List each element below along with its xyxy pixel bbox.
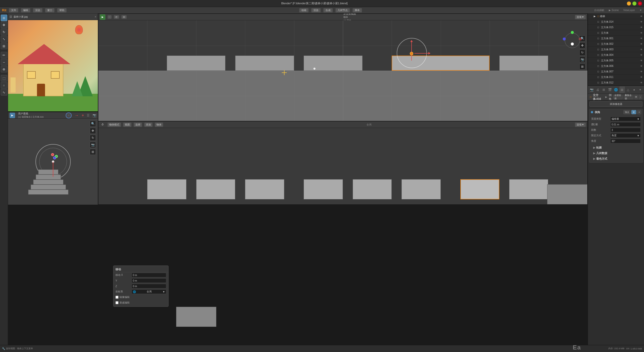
outliner-item-006[interactable]: □ 立方体.006 👁 (588, 63, 644, 69)
prop-mesh-btn[interactable]: △ (625, 86, 631, 93)
add-modifier-btn[interactable]: 添加修改器 (589, 101, 642, 107)
transform-tool[interactable]: ⊞ (1, 43, 7, 49)
viewport-mode-select[interactable]: 选项▼ (575, 15, 586, 19)
bevel-shading-section[interactable]: ▶ 着色方式 (591, 156, 641, 161)
blp-viewport-content[interactable]: 🔍 ✥ ↻ 📷 ⊞ (8, 119, 98, 205)
bottom-viewport-content[interactable] (98, 128, 587, 204)
preview-close-icon[interactable]: × (95, 15, 96, 19)
bv-selected-obj[interactable] (460, 179, 500, 199)
gizmo-view-axis[interactable] (571, 42, 574, 46)
vp-camera[interactable]: 📷 (579, 57, 585, 63)
move-tool[interactable]: ✥ (1, 22, 7, 28)
add-tool[interactable]: ⊕ (1, 66, 7, 72)
outliner-stairs-group[interactable]: ▶ □ 楼梯 👁 (588, 14, 644, 19)
bevel-width-type-select[interactable]: 偏移量 ▼ (610, 117, 641, 121)
annotate-tool[interactable]: ✏ (1, 52, 7, 58)
cursor-tool[interactable]: ⊕ (1, 15, 7, 21)
outliner-item-007[interactable]: □ 立方体.007 👁 (588, 69, 644, 74)
prop-output-btn[interactable]: 🖨 (595, 86, 600, 93)
blp-toggle-nav[interactable]: ☰ (87, 114, 90, 117)
prop-particles-btn[interactable]: ✦ (637, 86, 643, 93)
bvh-options[interactable]: 选项▼ (575, 122, 586, 127)
bvh-select-btn[interactable]: 选择 (134, 122, 142, 127)
vp-pan[interactable]: ✥ (579, 42, 585, 49)
menu-composite[interactable]: 合成 (323, 8, 333, 13)
outliner-item-003[interactable]: □ 立方体.003 👁 (588, 47, 644, 52)
menu-render[interactable]: 渲染 (33, 8, 43, 13)
bevel-modifier-header[interactable]: ⬟ 倒角 顶点 近 × (589, 109, 643, 115)
item-007-vis[interactable]: 👁 (640, 70, 642, 73)
bevel-vertex-btn[interactable]: 顶点 (623, 110, 630, 114)
gizmo-y-axis[interactable] (571, 31, 574, 34)
blp-pan[interactable]: ✥ (90, 128, 96, 134)
move-x-val[interactable]: 0 m (132, 273, 166, 277)
viewport-vertex-btn[interactable]: · (107, 15, 112, 19)
blp-extra[interactable]: ⊕ (82, 114, 84, 117)
filter-icon[interactable]: ▼ (639, 9, 642, 12)
prop-material-btn[interactable]: ● (631, 86, 637, 93)
outliner-item-002[interactable]: □ 立方体.002 👁 (588, 41, 644, 47)
bevel-amount-val[interactable]: 0.01 m (610, 122, 641, 127)
outliner-item-004[interactable]: □ 立方体.004 👁 (588, 52, 644, 58)
viewport-grid-area[interactable]: 🔍 ✥ ↻ 📷 ⊞ (98, 20, 587, 121)
blp-view-btn[interactable]: ▶ (10, 113, 15, 118)
menu-scripting[interactable]: 脚本 (352, 8, 362, 13)
bvh-mode-btn[interactable]: 物体模式 (107, 122, 121, 127)
scale-tool[interactable]: ⤡ (1, 36, 7, 42)
blp-nav-circle[interactable]: + (66, 112, 72, 118)
menu-animate[interactable]: 动画 (299, 8, 309, 13)
item-011-vis[interactable]: 👁 (640, 76, 642, 78)
item-002-vis[interactable]: 👁 (640, 43, 642, 45)
outliner-item-005[interactable]: □ 立方体.005 👁 (588, 58, 644, 63)
modifier-viewport-toggle[interactable]: 👁 (634, 95, 638, 99)
menu-edit[interactable]: 编辑 (21, 8, 30, 13)
blp-nav-right[interactable]: → (75, 113, 79, 118)
modifier-delete-all[interactable]: 删除全部 (624, 95, 633, 99)
prop-render-btn[interactable]: 📷 (589, 86, 594, 93)
item-003-vis[interactable]: 👁 (640, 48, 642, 51)
select-box-tool[interactable]: ⬚ (1, 75, 7, 81)
menu-help[interactable]: 帮助 (57, 8, 67, 13)
bevel-segments-val[interactable]: 3 (610, 128, 641, 132)
blp-zoom-in[interactable]: 🔍 (90, 121, 96, 127)
modifier-collapse[interactable]: ↕ (639, 95, 642, 99)
item-014-vis[interactable]: 👁 (640, 21, 642, 23)
viewport-edge-btn[interactable]: ⊏ (114, 15, 119, 19)
vp-grid[interactable]: ⊞ (579, 64, 585, 70)
transform-center-dot[interactable] (410, 52, 413, 55)
menu-render2[interactable]: 渲染 (311, 8, 321, 13)
bevel-geometry-section[interactable]: ▶ 几何数据 (591, 150, 641, 156)
bvh-view-icon[interactable]: ⏱ (100, 122, 105, 127)
item-005-vis[interactable]: 👁 (640, 59, 642, 62)
item-006-vis[interactable]: 👁 (640, 65, 642, 67)
minimize-button[interactable]: — (627, 2, 631, 6)
move-y-val[interactable]: 0 m (132, 278, 166, 283)
blp-grid-view[interactable]: ⊞ (90, 149, 96, 155)
prop-scene-btn[interactable]: 🎬 (607, 86, 613, 93)
bvh-object-btn[interactable]: 物体 (155, 122, 163, 127)
prop-world-btn[interactable]: 🌐 (613, 86, 619, 93)
blp-camera-nav[interactable]: 📷 (93, 114, 96, 117)
item-012-vis[interactable]: 👁 (640, 81, 642, 84)
bvh-view-btn[interactable]: 视图 (123, 122, 132, 127)
cube-vis[interactable]: 👁 (640, 32, 642, 34)
menu-file[interactable]: 文件 (9, 8, 18, 13)
bevel-angle-val[interactable]: 30° (610, 139, 641, 143)
gizmo-z-axis[interactable] (563, 37, 566, 40)
outliner-item-001[interactable]: □ 立方体.001 👁 (588, 36, 644, 41)
maximize-button[interactable]: □ (632, 2, 636, 6)
bevel-limit-select[interactable]: 角度 ▼ (610, 133, 641, 138)
modifier-apply-all[interactable]: 全部应用 (613, 95, 623, 99)
viewport-face-btn[interactable]: ⊟ (121, 15, 127, 19)
bevel-wheel-section[interactable]: ▶ 轮廓 (591, 145, 641, 150)
item-004-vis[interactable]: 👁 (640, 54, 642, 56)
stairs-vis-icon[interactable]: 👁 (640, 15, 642, 18)
auto-keying-btn[interactable]: 自动插帧 (594, 9, 604, 12)
menu-window[interactable]: 窗口 (45, 8, 55, 13)
outliner-item-011[interactable]: □ 立方体.011 👁 (588, 74, 644, 80)
bevel-close-btn[interactable]: × (637, 110, 641, 114)
outliner-item-cube[interactable]: □ 立方体 👁 (588, 30, 644, 36)
menu-geonodes[interactable]: 几何节点 (335, 8, 350, 13)
blp-rotate[interactable]: ↻ (90, 135, 96, 141)
viewport-view-icon[interactable]: ▶ (100, 14, 105, 20)
